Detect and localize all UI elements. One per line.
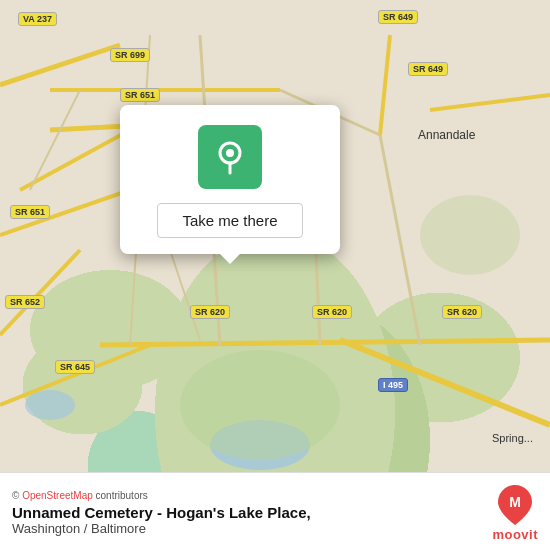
osm-link[interactable]: OpenStreetMap <box>22 490 93 501</box>
osm-contributors: contributors <box>93 490 148 501</box>
road-label-sr620a: SR 620 <box>190 305 230 319</box>
svg-line-10 <box>340 340 550 425</box>
city-label-annandale: Annandale <box>418 128 475 142</box>
moovit-pin-svg: M <box>493 483 537 527</box>
road-label-sr620c: SR 620 <box>442 305 482 319</box>
popup-card: Take me there <box>120 105 340 254</box>
svg-point-21 <box>420 195 520 275</box>
moovit-pin-container: M <box>493 483 537 527</box>
svg-text:M: M <box>509 494 521 510</box>
road-label-i495: I 495 <box>378 378 408 392</box>
road-label-sr652: SR 652 <box>5 295 45 309</box>
osm-attribution: © OpenStreetMap contributors <box>12 490 311 501</box>
svg-line-17 <box>380 135 420 345</box>
location-subtitle: Washington / Baltimore <box>12 521 311 536</box>
road-label-sr649b: SR 649 <box>408 62 448 76</box>
svg-line-15 <box>30 90 80 190</box>
svg-line-7 <box>0 250 80 335</box>
osm-copyright: © <box>12 490 22 501</box>
location-pin-container <box>198 125 262 189</box>
svg-point-23 <box>226 149 234 157</box>
svg-line-9 <box>0 345 150 405</box>
road-label-sr699: SR 699 <box>110 48 150 62</box>
map-roads <box>0 0 550 550</box>
take-me-there-button[interactable]: Take me there <box>157 203 302 238</box>
svg-line-8 <box>100 340 550 345</box>
svg-line-0 <box>0 45 120 85</box>
road-label-sr651a: SR 651 <box>120 88 160 102</box>
road-label-sr620b: SR 620 <box>312 305 352 319</box>
road-label-sr651b: SR 651 <box>10 205 50 219</box>
map-container: VA 237 SR 699 SR 649 SR 649 SR 651 SR 65… <box>0 0 550 550</box>
svg-line-3 <box>430 95 550 110</box>
road-label-sr645: SR 645 <box>55 360 95 374</box>
city-label-springfield: Spring... <box>492 432 533 444</box>
bottom-info: © OpenStreetMap contributors Unnamed Cem… <box>12 490 311 536</box>
svg-line-5 <box>20 130 130 190</box>
bottom-bar: © OpenStreetMap contributors Unnamed Cem… <box>0 472 550 550</box>
svg-point-19 <box>25 390 75 420</box>
road-label-sr649a: SR 649 <box>378 10 418 24</box>
svg-point-20 <box>180 350 340 460</box>
svg-line-2 <box>380 35 390 135</box>
moovit-logo: M moovit <box>492 483 538 542</box>
location-pin-icon <box>212 139 248 175</box>
location-title: Unnamed Cemetery - Hogan's Lake Place, <box>12 504 311 521</box>
road-label-va237: VA 237 <box>18 12 57 26</box>
moovit-brand-text: moovit <box>492 527 538 542</box>
